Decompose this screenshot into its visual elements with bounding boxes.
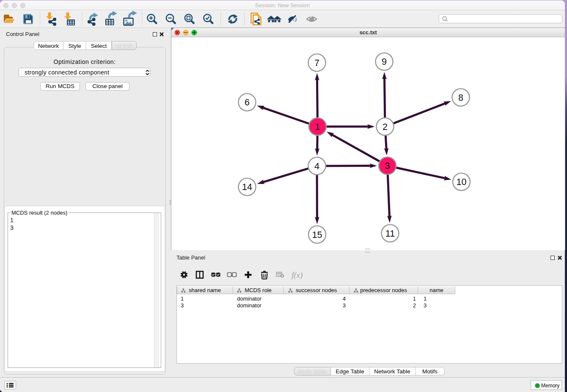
svg-text:7: 7: [314, 58, 319, 68]
svg-text:14: 14: [242, 182, 252, 192]
svg-text:6: 6: [245, 97, 250, 108]
svg-text:15: 15: [312, 230, 322, 240]
svg-text:1: 1: [315, 122, 320, 132]
svg-text:10: 10: [457, 177, 467, 187]
svg-text:11: 11: [385, 229, 395, 239]
svg-text:3: 3: [385, 161, 390, 171]
svg-text:2: 2: [383, 122, 388, 132]
svg-text:f(x): f(x): [292, 271, 303, 280]
svg-text:8: 8: [458, 93, 463, 103]
svg-text:4: 4: [314, 161, 319, 171]
svg-text:9: 9: [382, 57, 387, 67]
